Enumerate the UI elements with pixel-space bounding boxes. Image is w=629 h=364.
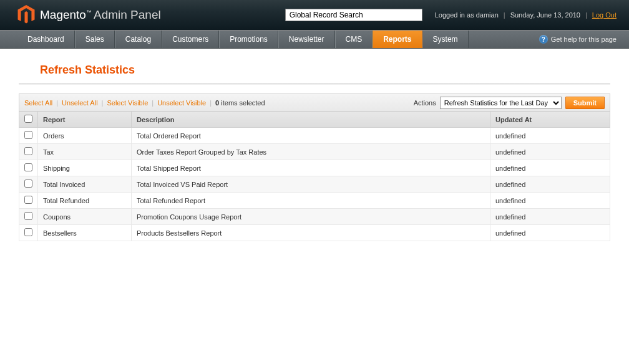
row-checkbox[interactable] <box>24 163 32 171</box>
logged-in-text: Logged in as damian <box>435 11 499 19</box>
row-checkbox[interactable] <box>24 196 32 204</box>
col-check-header <box>19 112 38 128</box>
header-right: Logged in as damian | Sunday, June 13, 2… <box>435 11 617 19</box>
col-updated-header[interactable]: Updated At <box>490 112 610 128</box>
nav-item-newsletter[interactable]: Newsletter <box>278 31 335 48</box>
panel-label: Admin Panel <box>94 8 161 21</box>
table-row: ShippingTotal Shipped Reportundefined <box>19 160 610 176</box>
row-checkbox[interactable] <box>24 131 32 139</box>
nav-item-promotions[interactable]: Promotions <box>219 31 278 48</box>
table-row: Total InvoicedTotal Invoiced VS Paid Rep… <box>19 176 610 193</box>
cell-updated: undefined <box>490 160 610 176</box>
main-nav: DashboardSalesCatalogCustomersPromotions… <box>0 30 629 49</box>
help-text: Get help for this page <box>551 36 617 43</box>
cell-updated: undefined <box>490 128 610 144</box>
nav-item-customers[interactable]: Customers <box>162 31 219 48</box>
actions-label: Actions <box>414 99 436 107</box>
submit-button[interactable]: Submit <box>565 97 605 109</box>
reports-grid: Report Description Updated At OrdersTota… <box>19 111 610 241</box>
cell-updated: undefined <box>490 225 610 241</box>
col-description-header[interactable]: Description <box>132 112 490 128</box>
cell-description: Total Invoiced VS Paid Report <box>132 176 490 193</box>
select-all-link[interactable]: Select All <box>24 99 52 107</box>
cell-report: Total Invoiced <box>38 176 132 193</box>
cell-report: Bestsellers <box>38 225 132 241</box>
cell-updated: undefined <box>490 176 610 193</box>
massaction-bar: Select All | Unselect All | Select Visib… <box>19 93 610 111</box>
table-row: Total RefundedTotal Refunded Reportundef… <box>19 193 610 209</box>
grid-header-row: Report Description Updated At <box>19 112 610 128</box>
table-row: OrdersTotal Ordered Reportundefined <box>19 128 610 144</box>
logo: Magento™Admin Panel <box>17 5 161 25</box>
nav-item-reports[interactable]: Reports <box>373 31 422 48</box>
row-checkbox[interactable] <box>24 180 32 188</box>
select-visible-link[interactable]: Select Visible <box>107 99 148 107</box>
magento-logo-icon <box>17 5 35 25</box>
col-report-header[interactable]: Report <box>38 112 132 128</box>
cell-description: Products Bestsellers Report <box>132 225 490 241</box>
title-underline <box>19 83 610 85</box>
brand-name: Magento <box>40 8 86 21</box>
selected-count: 0 items selected <box>215 99 265 107</box>
cell-report: Tax <box>38 144 132 160</box>
cell-report: Coupons <box>38 209 132 225</box>
content: Refresh Statistics Select All | Unselect… <box>0 49 629 252</box>
cell-description: Order Taxes Report Grouped by Tax Rates <box>132 144 490 160</box>
nav-item-dashboard[interactable]: Dashboard <box>17 31 75 48</box>
help-icon: ? <box>539 35 548 44</box>
global-search <box>285 9 422 21</box>
search-input[interactable] <box>285 9 422 21</box>
table-row: BestsellersProducts Bestsellers Reportun… <box>19 225 610 241</box>
nav-item-cms[interactable]: CMS <box>335 31 373 48</box>
help-link[interactable]: ? Get help for this page <box>539 31 629 48</box>
table-row: CouponsPromotion Coupons Usage Reportund… <box>19 209 610 225</box>
cell-description: Total Refunded Report <box>132 193 490 209</box>
row-checkbox[interactable] <box>24 212 32 220</box>
cell-updated: undefined <box>490 144 610 160</box>
table-row: TaxOrder Taxes Report Grouped by Tax Rat… <box>19 144 610 160</box>
cell-updated: undefined <box>490 193 610 209</box>
nav-item-sales[interactable]: Sales <box>75 31 115 48</box>
header-date: Sunday, June 13, 2010 <box>510 11 580 19</box>
unselect-visible-link[interactable]: Unselect Visible <box>157 99 206 107</box>
cell-report: Total Refunded <box>38 193 132 209</box>
cell-report: Shipping <box>38 160 132 176</box>
cell-description: Total Ordered Report <box>132 128 490 144</box>
cell-updated: undefined <box>490 209 610 225</box>
cell-description: Total Shipped Report <box>132 160 490 176</box>
unselect-all-link[interactable]: Unselect All <box>62 99 97 107</box>
logout-link[interactable]: Log Out <box>592 11 617 19</box>
select-all-checkbox[interactable] <box>24 115 32 123</box>
nav-item-system[interactable]: System <box>422 31 469 48</box>
header: Magento™Admin Panel Logged in as damian … <box>0 0 629 30</box>
nav-item-catalog[interactable]: Catalog <box>115 31 162 48</box>
cell-description: Promotion Coupons Usage Report <box>132 209 490 225</box>
row-checkbox[interactable] <box>24 147 32 155</box>
page-title: Refresh Statistics <box>40 64 610 77</box>
logo-text: Magento™Admin Panel <box>40 8 161 22</box>
actions-select[interactable]: Refresh Statistics for the Last Day <box>440 97 562 109</box>
row-checkbox[interactable] <box>24 228 32 236</box>
cell-report: Orders <box>38 128 132 144</box>
